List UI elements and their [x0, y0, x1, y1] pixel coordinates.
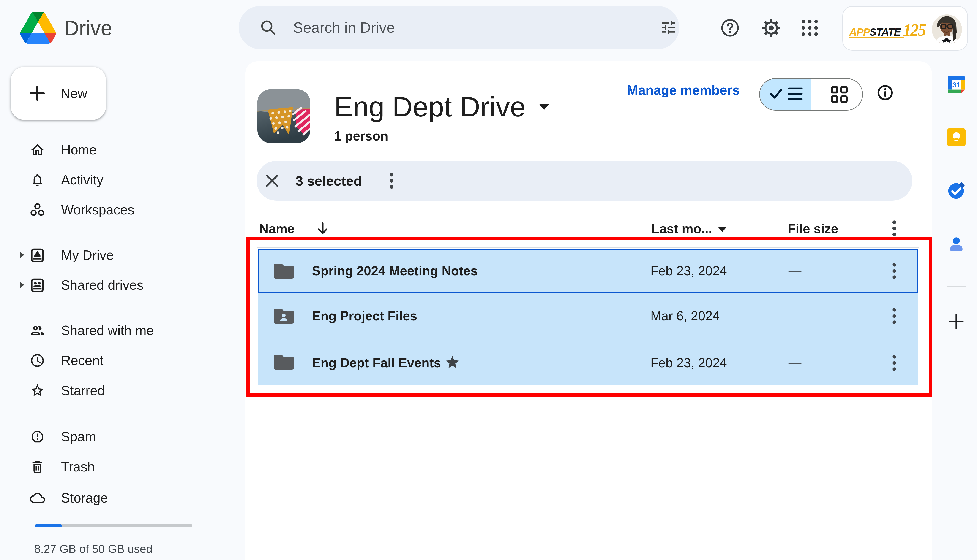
svg-text:31: 31 [952, 81, 960, 89]
